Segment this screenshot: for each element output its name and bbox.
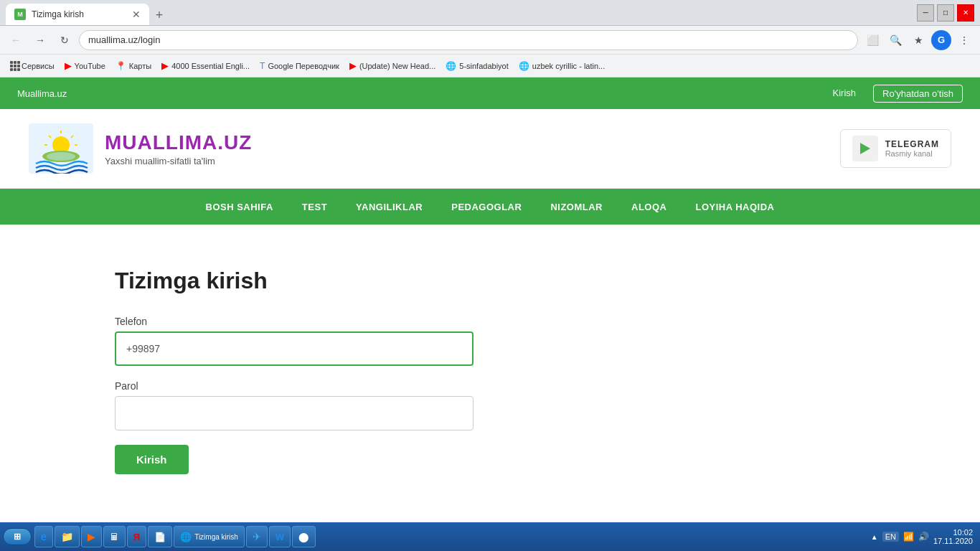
site-header: MUALLIMA.UZ Yaxshi muallim-sifatli ta'li… <box>0 109 980 189</box>
bookmark-4000-label: 4000 Essential Engli... <box>171 62 250 70</box>
bookmarks-bar: Сервисы ▶ YouTube 📍 Карты ▶ 4000 Essenti… <box>0 55 980 77</box>
translate-icon: T <box>260 61 265 71</box>
nav-aloqa[interactable]: ALOQA <box>631 199 666 215</box>
youtube-icon-2: ▶ <box>161 60 169 71</box>
new-tab-button[interactable]: + <box>149 5 169 25</box>
bookmark-newhead[interactable]: ▶ (Update) New Head... <box>345 59 440 72</box>
active-tab[interactable]: M Tizimga kirish ✕ <box>6 4 149 25</box>
bookmark-4000[interactable]: ▶ 4000 Essential Engli... <box>157 59 254 72</box>
bookmark-newhead-label: (Update) New Head... <box>359 62 435 70</box>
cast-icon[interactable]: ⬜ <box>862 30 882 50</box>
profile-button[interactable]: G <box>931 30 951 50</box>
youtube-icon: ▶ <box>65 60 72 71</box>
bookmark-5sinfadabiyot[interactable]: 🌐 5-sinfadabiyot <box>441 60 513 72</box>
logo-title: MUALLIMA.UZ <box>105 131 252 154</box>
bookmark-youtube[interactable]: ▶ YouTube <box>60 59 110 72</box>
tab-close-button[interactable]: ✕ <box>132 9 141 20</box>
menu-icon[interactable]: ⋮ <box>954 30 974 50</box>
phone-form-group: Telefon <box>115 316 473 366</box>
bookmark-translate-label: Google Переводчик <box>268 62 339 70</box>
bookmark-5sinfadabiyot-label: 5-sinfadabiyot <box>459 62 509 70</box>
password-input[interactable] <box>115 396 473 430</box>
tab-title: Tizimga kirish <box>32 9 84 19</box>
nav-pedagoglar[interactable]: PEDAGOGLAR <box>451 199 522 215</box>
site-topbar: Muallima.uz Kirish Ro'yhatdan o'tish <box>0 77 980 109</box>
tab-favicon: M <box>14 9 26 20</box>
nav-nizomlar[interactable]: NIZOMLAR <box>550 199 603 215</box>
browser-tabs: M Tizimga kirish ✕ + <box>6 0 169 25</box>
apps-button[interactable]: Сервисы <box>6 60 59 72</box>
site-brand: Muallima.uz <box>17 88 67 99</box>
svg-point-8 <box>47 152 75 161</box>
apps-grid-icon <box>10 61 20 71</box>
reload-button[interactable]: ↻ <box>55 30 75 50</box>
forward-button[interactable]: → <box>30 30 50 50</box>
telegram-widget[interactable]: TELEGRAM Rasmiy kanal <box>840 129 951 168</box>
nav-test[interactable]: TEST <box>302 199 327 215</box>
close-button[interactable]: ✕ <box>957 4 974 22</box>
login-link[interactable]: Kirish <box>827 85 862 103</box>
bookmark-uzbek[interactable]: 🌐 uzbek cyrillic - latin... <box>514 60 609 72</box>
telegram-info: TELEGRAM Rasmiy kanal <box>885 139 939 158</box>
bookmark-maps[interactable]: 📍 Карты <box>111 60 156 72</box>
bookmark-maps-label: Карты <box>129 62 151 70</box>
phone-input[interactable] <box>115 331 473 366</box>
browser-titlebar: M Tizimga kirish ✕ + ─ □ ✕ <box>0 0 980 26</box>
address-bar: ← → ↻ ⬜ 🔍 ★ G ⋮ <box>0 26 980 55</box>
globe2-icon: 🌐 <box>519 61 529 71</box>
youtube-icon-3: ▶ <box>349 60 357 71</box>
logo-subtitle: Yaxshi muallim-sifatli ta'lim <box>105 156 252 166</box>
back-button[interactable]: ← <box>6 30 26 50</box>
browser-actions: ⬜ 🔍 ★ G ⋮ <box>862 30 974 50</box>
bookmark-icon[interactable]: ★ <box>908 30 928 50</box>
globe-icon: 🌐 <box>446 61 456 71</box>
phone-label: Telefon <box>115 316 473 327</box>
submit-button[interactable]: Kirish <box>115 445 189 474</box>
address-input[interactable] <box>79 30 858 50</box>
zoom-icon[interactable]: 🔍 <box>885 30 905 50</box>
site-logo-image <box>29 123 93 174</box>
site-nav: BOSH SAHIFA TEST YANGILIKLAR PEDAGOGLAR … <box>0 189 980 225</box>
apps-label: Сервисы <box>22 62 55 70</box>
logo-text: MUALLIMA.UZ Yaxshi muallim-sifatli ta'li… <box>105 131 252 166</box>
password-form-group: Parol <box>115 380 473 430</box>
window-controls: ─ □ ✕ <box>917 4 974 22</box>
page-title: Tizimga kirish <box>115 268 951 294</box>
telegram-sublabel: Rasmiy kanal <box>885 149 939 158</box>
bookmark-translate[interactable]: T Google Переводчик <box>255 60 344 72</box>
maps-icon: 📍 <box>116 61 126 71</box>
bookmark-uzbek-label: uzbek cyrillic - latin... <box>532 62 605 70</box>
telegram-icon <box>852 136 878 161</box>
minimize-button[interactable]: ─ <box>917 4 934 22</box>
bookmark-youtube-label: YouTube <box>75 62 105 70</box>
password-label: Parol <box>115 380 473 392</box>
telegram-label: TELEGRAM <box>885 139 939 149</box>
site-topbar-actions: Kirish Ro'yhatdan o'tish <box>827 85 963 103</box>
main-content: Tizimga kirish Telefon Parol Kirish <box>0 225 980 503</box>
nav-yangiliklar[interactable]: YANGILIKLAR <box>356 199 423 215</box>
nav-bosh-sahifa[interactable]: BOSH SAHIFA <box>206 199 273 215</box>
nav-loyiha-haqida[interactable]: LOYIHA HAQIDA <box>695 199 774 215</box>
logo-area: MUALLIMA.UZ Yaxshi muallim-sifatli ta'li… <box>29 123 252 174</box>
maximize-button[interactable]: □ <box>937 4 954 22</box>
register-link[interactable]: Ro'yhatdan o'tish <box>873 85 963 103</box>
